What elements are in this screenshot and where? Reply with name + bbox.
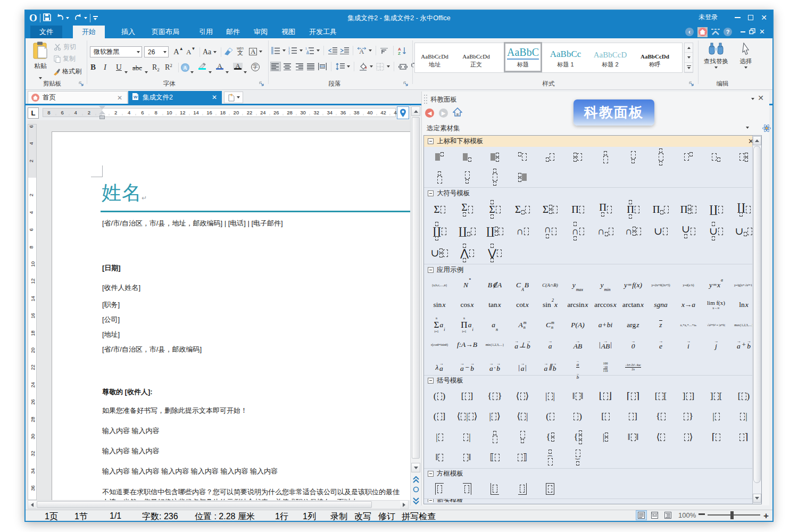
math-template-item[interactable]: arccosx	[594, 301, 616, 309]
styles-scroll-up[interactable]	[685, 43, 693, 53]
view-mode-outline-view[interactable]	[663, 511, 673, 520]
math-template-item[interactable]: →a·→b	[489, 363, 500, 372]
math-template-item[interactable]: Σ	[515, 205, 530, 214]
status-item[interactable]: 改写	[354, 511, 371, 522]
math-template-item[interactable]: }	[684, 412, 693, 421]
view-mode-page-view[interactable]	[636, 511, 646, 520]
styles-expand[interactable]	[685, 63, 693, 72]
panel-scroll-up[interactable]	[753, 136, 761, 145]
math-template-item[interactable]: →j	[714, 340, 718, 350]
section-header-方框模板[interactable]: 方框模板	[424, 468, 761, 479]
math-template-item[interactable]	[437, 171, 442, 184]
math-template-item[interactable]: {	[656, 412, 666, 421]
tab-stop-selector[interactable]: L	[28, 107, 39, 119]
math-template-item[interactable]: ][	[710, 392, 722, 401]
math-template-item[interactable]	[463, 483, 471, 495]
math-template-item[interactable]: r(cosθ+isinθ)	[431, 343, 448, 346]
copy-button[interactable]: 复制	[54, 54, 76, 65]
math-template-item[interactable]: an	[492, 321, 498, 329]
math-template-item[interactable]: ymin	[601, 281, 611, 289]
math-template-item[interactable]: B∉A	[488, 280, 502, 289]
math-template-item[interactable]	[493, 431, 497, 443]
strikethrough-dropdown[interactable]	[145, 66, 148, 76]
tab-homepage[interactable]: 首页 ✕	[28, 91, 128, 104]
math-template-item[interactable]: {	[546, 433, 554, 442]
strikethrough-button[interactable]: abc	[131, 62, 143, 73]
style-card-正文[interactable]: AaBbCcDd正文	[459, 44, 494, 71]
math-template-item[interactable]	[631, 151, 636, 163]
math-template-item[interactable]: →a⊥→b	[514, 340, 531, 350]
math-template-item[interactable]	[493, 169, 497, 186]
bullet-list-button-dropdown[interactable]	[282, 49, 286, 52]
style-card-标题[interactable]: AaBbC标题	[505, 44, 541, 71]
multilevel-list-button[interactable]: 1a	[305, 46, 314, 55]
status-item[interactable]: 1/1	[110, 511, 121, 521]
section-header-应用示例[interactable]: 应用示例	[424, 264, 761, 275]
math-template-item[interactable]: (]	[434, 412, 445, 421]
math-template-item[interactable]: |	[740, 412, 747, 421]
math-template-item[interactable]	[659, 148, 663, 165]
math-template-item[interactable]: C(A∩B)	[542, 282, 558, 288]
paragraph-launcher-icon[interactable]	[403, 81, 409, 87]
math-template-item[interactable]: ∩	[625, 227, 642, 236]
math-template-item[interactable]: Σ	[543, 205, 558, 214]
char-shading-dropdown[interactable]	[244, 66, 247, 76]
math-template-item[interactable]: (	[546, 412, 554, 421]
math-template-item[interactable]: −b±√b²−4ac2a	[625, 363, 641, 371]
math-template-item[interactable]: sinx	[434, 301, 446, 309]
math-template-item[interactable]: 100·10110	[603, 362, 608, 373]
math-template-item[interactable]: {a,b,c,…,n}	[431, 284, 447, 287]
format-painter-button[interactable]: 格式刷	[53, 67, 81, 78]
maximize-icon[interactable]	[748, 15, 753, 20]
char-wrap-button[interactable]	[398, 62, 408, 71]
math-template-item[interactable]: Π	[599, 203, 612, 217]
math-template-item[interactable]: z	[659, 320, 662, 329]
hanging-indent-marker[interactable]	[99, 111, 105, 114]
borders-button[interactable]	[375, 62, 385, 71]
previous-page-button[interactable]	[411, 476, 421, 484]
math-template-item[interactable]	[435, 153, 444, 161]
align-left-button[interactable]	[271, 62, 280, 71]
scroll-right-button[interactable]	[400, 501, 408, 509]
ribbon-tab-审阅[interactable]: 审阅	[245, 26, 277, 38]
math-template-item[interactable]: x→a	[681, 301, 695, 309]
bold-button[interactable]: B	[89, 62, 97, 73]
math-template-item[interactable]: ⋀	[460, 244, 474, 262]
math-template-item[interactable]	[739, 153, 748, 162]
math-template-item[interactable]: →i	[686, 340, 691, 350]
clear-format-icon[interactable]	[222, 46, 234, 57]
math-template-item[interactable]: ⟦	[490, 453, 500, 462]
highlight-dropdown[interactable]	[209, 66, 212, 76]
cut-button[interactable]: 剪切	[54, 43, 76, 53]
section-header-上标和下标模板[interactable]: 上标和下标模板✕	[424, 136, 761, 147]
left-indent-marker[interactable]	[99, 115, 105, 119]
math-template-item[interactable]: →e	[659, 340, 663, 350]
math-template-item[interactable]: ∐	[737, 203, 750, 217]
math-template-item[interactable]	[465, 171, 470, 184]
tab-document-close-icon[interactable]: ✕	[212, 94, 217, 101]
grow-font-button[interactable]: A▲	[172, 46, 185, 57]
math-template-item[interactable]: |	[712, 412, 719, 421]
style-card-标题 2[interactable]: AaBbCcD标题 2	[593, 44, 628, 71]
math-template-item[interactable]: y=lg(x+√x²+1)	[734, 284, 753, 287]
panel-menu-dropdown[interactable]	[751, 98, 754, 100]
font-launcher-icon[interactable]	[259, 81, 264, 87]
ribbon-tab-视图[interactable]: 视图	[272, 26, 304, 38]
panel-scroll-thumb[interactable]	[753, 146, 761, 483]
section-header-括号模板[interactable]: 括号模板	[424, 375, 761, 386]
math-template-item[interactable]: }	[576, 450, 580, 466]
back-icon[interactable]: ‹	[685, 28, 694, 36]
collapse-icon[interactable]	[428, 190, 434, 196]
status-item[interactable]: 拼写检查	[402, 511, 436, 522]
tab-homepage-close-icon[interactable]: ✕	[117, 94, 122, 102]
next-page-button[interactable]	[411, 497, 421, 505]
font-color-dropdown[interactable]	[226, 66, 229, 76]
math-template-item[interactable]: →AB	[573, 340, 583, 350]
char-shading-button[interactable]: A	[232, 61, 244, 72]
panel-close-icon[interactable]: ✕	[758, 94, 764, 102]
scroll-left-button[interactable]	[28, 501, 36, 509]
math-template-item[interactable]	[463, 153, 471, 161]
math-template-item[interactable]: CAB	[516, 281, 529, 289]
paste-button[interactable]: 粘贴	[30, 41, 51, 77]
math-template-item[interactable]: y=f(x)	[624, 281, 642, 289]
